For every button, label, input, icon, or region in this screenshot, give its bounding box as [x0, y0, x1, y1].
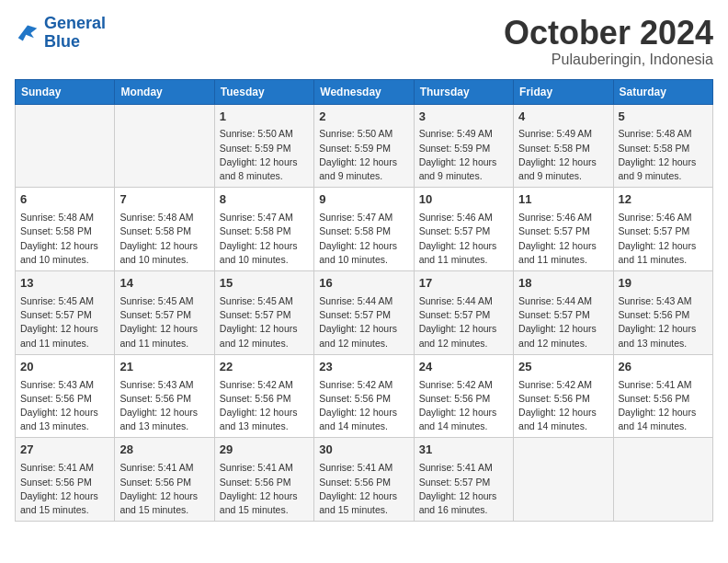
- calendar-cell: 29Sunrise: 5:41 AM Sunset: 5:56 PM Dayli…: [214, 438, 313, 522]
- day-number: 21: [119, 359, 209, 376]
- weekday-header-friday: Friday: [514, 79, 613, 104]
- day-detail: Sunrise: 5:46 AM Sunset: 5:57 PM Dayligh…: [518, 211, 608, 267]
- day-detail: Sunrise: 5:47 AM Sunset: 5:58 PM Dayligh…: [319, 211, 408, 267]
- calendar-cell: 9Sunrise: 5:47 AM Sunset: 5:58 PM Daylig…: [314, 188, 414, 271]
- logo-text: General Blue: [44, 15, 106, 52]
- day-number: 25: [518, 359, 608, 376]
- day-number: 30: [319, 442, 408, 459]
- weekday-header-wednesday: Wednesday: [314, 79, 414, 104]
- day-number: 18: [518, 275, 608, 293]
- title-block: October 2024 Pulauberingin, Indonesia: [504, 15, 713, 68]
- day-number: 28: [119, 442, 209, 459]
- calendar-cell: 30Sunrise: 5:41 AM Sunset: 5:56 PM Dayli…: [314, 438, 414, 522]
- day-number: 3: [419, 109, 508, 126]
- day-detail: Sunrise: 5:48 AM Sunset: 5:58 PM Dayligh…: [619, 127, 708, 183]
- day-detail: Sunrise: 5:44 AM Sunset: 5:57 PM Dayligh…: [419, 294, 508, 350]
- calendar-cell: 19Sunrise: 5:43 AM Sunset: 5:56 PM Dayli…: [613, 271, 712, 355]
- calendar-cell: 20Sunrise: 5:43 AM Sunset: 5:56 PM Dayli…: [16, 354, 115, 438]
- calendar-cell: 18Sunrise: 5:44 AM Sunset: 5:57 PM Dayli…: [514, 271, 613, 355]
- calendar-cell: 21Sunrise: 5:43 AM Sunset: 5:56 PM Dayli…: [115, 354, 214, 438]
- location-subtitle: Pulauberingin, Indonesia: [504, 52, 713, 68]
- day-detail: Sunrise: 5:47 AM Sunset: 5:58 PM Dayligh…: [220, 211, 309, 267]
- day-detail: Sunrise: 5:49 AM Sunset: 5:58 PM Dayligh…: [518, 127, 608, 183]
- calendar-cell: 26Sunrise: 5:41 AM Sunset: 5:56 PM Dayli…: [613, 354, 712, 438]
- weekday-header-sunday: Sunday: [16, 79, 115, 104]
- calendar-cell: 16Sunrise: 5:44 AM Sunset: 5:57 PM Dayli…: [314, 271, 414, 355]
- day-number: 2: [319, 109, 408, 126]
- weekday-header-monday: Monday: [115, 79, 214, 104]
- day-detail: Sunrise: 5:48 AM Sunset: 5:58 PM Dayligh…: [20, 211, 109, 267]
- day-number: 16: [319, 275, 408, 293]
- calendar-cell: 31Sunrise: 5:41 AM Sunset: 5:57 PM Dayli…: [414, 438, 513, 522]
- day-number: 24: [419, 359, 508, 376]
- day-detail: Sunrise: 5:46 AM Sunset: 5:57 PM Dayligh…: [419, 211, 508, 267]
- calendar-cell: 28Sunrise: 5:41 AM Sunset: 5:56 PM Dayli…: [115, 438, 214, 522]
- calendar-cell: 14Sunrise: 5:45 AM Sunset: 5:57 PM Dayli…: [115, 271, 214, 355]
- day-number: 8: [220, 191, 309, 209]
- calendar-cell: 1Sunrise: 5:50 AM Sunset: 5:59 PM Daylig…: [214, 104, 313, 188]
- day-number: 6: [20, 191, 109, 209]
- day-number: 10: [419, 191, 508, 209]
- day-number: 15: [220, 275, 309, 293]
- day-detail: Sunrise: 5:41 AM Sunset: 5:56 PM Dayligh…: [119, 461, 209, 517]
- day-number: 12: [619, 191, 708, 209]
- day-detail: Sunrise: 5:45 AM Sunset: 5:57 PM Dayligh…: [20, 294, 109, 350]
- day-number: 14: [119, 275, 209, 293]
- day-detail: Sunrise: 5:42 AM Sunset: 5:56 PM Dayligh…: [220, 378, 309, 434]
- day-detail: Sunrise: 5:43 AM Sunset: 5:56 PM Dayligh…: [119, 378, 209, 434]
- day-detail: Sunrise: 5:42 AM Sunset: 5:56 PM Dayligh…: [319, 378, 408, 434]
- calendar-cell: [514, 438, 613, 522]
- day-detail: Sunrise: 5:50 AM Sunset: 5:59 PM Dayligh…: [220, 127, 309, 183]
- day-detail: Sunrise: 5:44 AM Sunset: 5:57 PM Dayligh…: [518, 294, 608, 350]
- day-detail: Sunrise: 5:41 AM Sunset: 5:56 PM Dayligh…: [619, 378, 708, 434]
- calendar-body: 1Sunrise: 5:50 AM Sunset: 5:59 PM Daylig…: [16, 104, 713, 522]
- calendar-week-row: 6Sunrise: 5:48 AM Sunset: 5:58 PM Daylig…: [16, 188, 713, 271]
- weekday-header-thursday: Thursday: [414, 79, 513, 104]
- day-number: 27: [20, 442, 109, 459]
- calendar-cell: 7Sunrise: 5:48 AM Sunset: 5:58 PM Daylig…: [115, 188, 214, 271]
- day-number: 23: [319, 359, 408, 376]
- calendar-cell: 6Sunrise: 5:48 AM Sunset: 5:58 PM Daylig…: [16, 188, 115, 271]
- calendar-cell: 13Sunrise: 5:45 AM Sunset: 5:57 PM Dayli…: [16, 271, 115, 355]
- calendar-week-row: 27Sunrise: 5:41 AM Sunset: 5:56 PM Dayli…: [16, 438, 713, 522]
- day-number: 9: [319, 191, 408, 209]
- calendar-week-row: 20Sunrise: 5:43 AM Sunset: 5:56 PM Dayli…: [16, 354, 713, 438]
- calendar-cell: 11Sunrise: 5:46 AM Sunset: 5:57 PM Dayli…: [514, 188, 613, 271]
- day-number: 5: [619, 109, 708, 126]
- calendar-cell: 15Sunrise: 5:45 AM Sunset: 5:57 PM Dayli…: [214, 271, 313, 355]
- day-detail: Sunrise: 5:44 AM Sunset: 5:57 PM Dayligh…: [319, 294, 408, 350]
- svg-marker-0: [18, 25, 38, 40]
- calendar-table: SundayMondayTuesdayWednesdayThursdayFrid…: [15, 79, 713, 523]
- calendar-cell: 5Sunrise: 5:48 AM Sunset: 5:58 PM Daylig…: [613, 104, 712, 188]
- calendar-cell: 22Sunrise: 5:42 AM Sunset: 5:56 PM Dayli…: [214, 354, 313, 438]
- day-detail: Sunrise: 5:42 AM Sunset: 5:56 PM Dayligh…: [419, 378, 508, 434]
- day-number: 11: [518, 191, 608, 209]
- calendar-header-row: SundayMondayTuesdayWednesdayThursdayFrid…: [16, 79, 713, 104]
- day-detail: Sunrise: 5:50 AM Sunset: 5:59 PM Dayligh…: [319, 127, 408, 183]
- month-title: October 2024: [504, 15, 713, 52]
- calendar-cell: 24Sunrise: 5:42 AM Sunset: 5:56 PM Dayli…: [414, 354, 513, 438]
- day-detail: Sunrise: 5:45 AM Sunset: 5:57 PM Dayligh…: [220, 294, 309, 350]
- calendar-cell: 23Sunrise: 5:42 AM Sunset: 5:56 PM Dayli…: [314, 354, 414, 438]
- weekday-header-tuesday: Tuesday: [214, 79, 313, 104]
- day-detail: Sunrise: 5:41 AM Sunset: 5:56 PM Dayligh…: [20, 461, 109, 517]
- calendar-cell: 17Sunrise: 5:44 AM Sunset: 5:57 PM Dayli…: [414, 271, 513, 355]
- day-detail: Sunrise: 5:43 AM Sunset: 5:56 PM Dayligh…: [20, 378, 109, 434]
- calendar-cell: 27Sunrise: 5:41 AM Sunset: 5:56 PM Dayli…: [16, 438, 115, 522]
- day-number: 26: [619, 359, 708, 376]
- day-detail: Sunrise: 5:41 AM Sunset: 5:56 PM Dayligh…: [220, 461, 309, 517]
- day-number: 1: [220, 109, 309, 126]
- calendar-week-row: 13Sunrise: 5:45 AM Sunset: 5:57 PM Dayli…: [16, 271, 713, 355]
- logo-bird-icon: [15, 22, 40, 44]
- calendar-cell: 10Sunrise: 5:46 AM Sunset: 5:57 PM Dayli…: [414, 188, 513, 271]
- day-number: 29: [220, 442, 309, 459]
- day-number: 20: [20, 359, 109, 376]
- day-detail: Sunrise: 5:49 AM Sunset: 5:59 PM Dayligh…: [419, 127, 508, 183]
- day-detail: Sunrise: 5:46 AM Sunset: 5:57 PM Dayligh…: [619, 211, 708, 267]
- calendar-cell: [613, 438, 712, 522]
- calendar-cell: [115, 104, 214, 188]
- logo: General Blue: [15, 15, 106, 52]
- day-detail: Sunrise: 5:45 AM Sunset: 5:57 PM Dayligh…: [119, 294, 209, 350]
- weekday-header-saturday: Saturday: [613, 79, 712, 104]
- calendar-cell: 25Sunrise: 5:42 AM Sunset: 5:56 PM Dayli…: [514, 354, 613, 438]
